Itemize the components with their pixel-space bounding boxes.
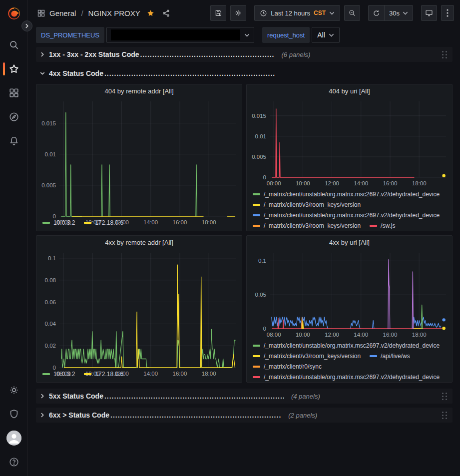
sidebar-item-server-admin[interactable] [0, 402, 28, 426]
svg-text:0.04: 0.04 [45, 321, 56, 327]
row-5xx[interactable]: 5xx Status Code ........................… [36, 389, 453, 404]
sidebar-item-help[interactable] [0, 450, 28, 474]
series-line [61, 329, 235, 368]
grafana-logo[interactable] [6, 6, 21, 21]
sidebar-item-search[interactable] [0, 33, 28, 57]
svg-text:0: 0 [263, 174, 266, 180]
svg-text:18:00: 18:00 [412, 180, 427, 186]
row-title: 6xx > Status Code [49, 411, 109, 419]
apps-grid-icon[interactable] [37, 9, 45, 17]
timeseries-chart[interactable]: 08:0010:0012:0014:0016:0018:0000.050.1 [247, 249, 452, 339]
legend-item[interactable]: /_matrix/client/v3/room_keys/version [253, 222, 361, 229]
panel-legend: /_matrix/client/unstable/org.matrix.msc2… [247, 188, 452, 231]
legend-item[interactable]: /_matrix/client/unstable/org.matrix.msc2… [253, 212, 440, 219]
legend-item[interactable]: 172.18.0.6 [84, 371, 123, 378]
svg-text:0.015: 0.015 [252, 113, 266, 119]
refresh-button[interactable] [369, 5, 385, 20]
breadcrumb-section[interactable]: General [49, 9, 76, 17]
legend-swatch [253, 225, 260, 227]
legend-item[interactable]: /_matrix/client/r0/sync [253, 363, 322, 370]
sidebar-item-settings[interactable] [0, 378, 28, 402]
timeseries-chart[interactable]: 08:0010:0012:0014:0016:0018:0000.020.040… [36, 249, 242, 368]
row-drag-handle[interactable] [440, 410, 450, 421]
panel-legend: 10.0.3.2172.18.0.6 [36, 216, 242, 231]
compass-icon [8, 111, 19, 122]
row-drag-handle[interactable] [440, 391, 450, 402]
legend-item[interactable]: 10.0.3.2 [42, 371, 75, 378]
series-line [388, 260, 414, 329]
panel-title[interactable]: 404 by uri [All] [247, 84, 452, 97]
legend-swatch [253, 193, 260, 195]
legend-item[interactable]: /api/live/ws [370, 353, 410, 360]
refresh-interval-dropdown[interactable]: 30s [385, 5, 413, 20]
share-icon[interactable] [162, 9, 170, 17]
legend-label: 10.0.3.2 [53, 219, 75, 226]
chevron-down-icon [40, 71, 45, 76]
series-line [61, 112, 197, 216]
gear-icon [234, 9, 242, 17]
legend-item[interactable]: /_matrix/client/unstable/org.matrix.msc2… [253, 374, 440, 381]
panel-title[interactable]: 4xx by remote addr [All] [36, 236, 242, 249]
refresh-icon [373, 9, 380, 17]
legend-label: 172.18.0.6 [95, 219, 123, 226]
panel-title[interactable]: 404 by remote addr [All] [36, 84, 242, 97]
svg-text:10:00: 10:00 [296, 180, 310, 186]
legend-label: /api/live/ws [381, 353, 410, 360]
sidebar-item-explore[interactable] [0, 105, 28, 129]
panel-4xx-by-uri: 4xx by uri [All] 08:0010:0012:0014:0016:… [246, 235, 453, 383]
legend-item[interactable]: 10.0.3.2 [42, 219, 75, 226]
breadcrumb-title[interactable]: NGINX PROXY [88, 9, 140, 17]
panel-title[interactable]: 4xx by uri [All] [247, 236, 452, 249]
request-host-value: All [317, 31, 325, 39]
svg-text:0.02: 0.02 [45, 343, 56, 349]
legend-item[interactable]: /_matrix/client/unstable/org.matrix.msc2… [253, 191, 440, 198]
svg-text:10:00: 10:00 [296, 332, 310, 338]
legend-item[interactable]: /_matrix/client/unstable/org.matrix.msc2… [253, 342, 440, 349]
dashboard-settings-button[interactable] [230, 5, 246, 21]
expand-sidebar-button[interactable] [21, 20, 32, 31]
legend-item[interactable]: /_matrix/client/v3/room_keys/version [253, 201, 361, 208]
sidebar-item-profile[interactable] [0, 426, 28, 450]
sidebar-item-dashboards[interactable] [0, 81, 28, 105]
dashboard-canvas: 1xx - 3xx - 2xx Status Code ............… [28, 44, 460, 423]
tv-mode-button[interactable] [421, 5, 437, 21]
panel-legend: /_matrix/client/unstable/org.matrix.msc2… [247, 339, 452, 382]
kebab-menu-button[interactable] [441, 5, 454, 21]
request-host-label[interactable]: request_host [262, 27, 310, 43]
favorite-star-icon[interactable] [146, 9, 155, 17]
legend-label: /_matrix/client/unstable/org.matrix.msc2… [264, 374, 440, 381]
row-4xx[interactable]: 4xx Status Code ........................… [36, 67, 453, 80]
datasource-label[interactable]: DS_PROMETHEUS [36, 27, 104, 43]
chevron-right-icon [40, 413, 45, 418]
time-range-label: Last 12 hours [271, 9, 310, 17]
breadcrumb-divider: / [81, 9, 83, 17]
legend-swatch [84, 373, 91, 375]
zoom-out-button[interactable] [344, 5, 360, 21]
svg-text:16:00: 16:00 [383, 332, 398, 338]
request-host-select[interactable]: All [312, 27, 340, 43]
svg-text:0.05: 0.05 [255, 292, 266, 298]
series-point [442, 318, 445, 321]
gear-icon [8, 385, 19, 396]
datasource-select[interactable] [106, 27, 254, 43]
timeseries-chart[interactable]: 08:0010:0012:0014:0016:0018:0000.0050.01… [36, 97, 242, 216]
legend-label: /_matrix/client/unstable/org.matrix.msc2… [264, 212, 440, 219]
legend-label: /_matrix/client/r0/sync [264, 363, 322, 370]
legend-swatch [370, 355, 377, 357]
row-drag-handle[interactable] [440, 49, 450, 60]
save-dashboard-button[interactable] [210, 5, 226, 21]
row-6xx[interactable]: 6xx > Status Code ......................… [36, 408, 453, 423]
sidebar-item-alerting[interactable] [0, 129, 28, 153]
time-range-picker[interactable]: Last 12 hours CST [254, 5, 340, 21]
legend-item[interactable]: 172.18.0.6 [84, 219, 123, 226]
row-1xx-3xx-2xx[interactable]: 1xx - 3xx - 2xx Status Code ............… [36, 47, 453, 62]
timeseries-chart[interactable]: 08:0010:0012:0014:0016:0018:0000.0050.01… [247, 97, 452, 188]
legend-swatch [253, 345, 260, 347]
legend-label: /sw.js [381, 222, 395, 229]
legend-item[interactable]: /_matrix/client/v3/room_keys/version [253, 353, 361, 360]
sidebar-item-starred[interactable] [0, 57, 28, 81]
legend-item[interactable]: /sw.js [370, 222, 395, 229]
row-dots: ........................................… [110, 411, 281, 419]
svg-text:08:00: 08:00 [267, 332, 281, 338]
svg-text:0.06: 0.06 [45, 299, 56, 305]
